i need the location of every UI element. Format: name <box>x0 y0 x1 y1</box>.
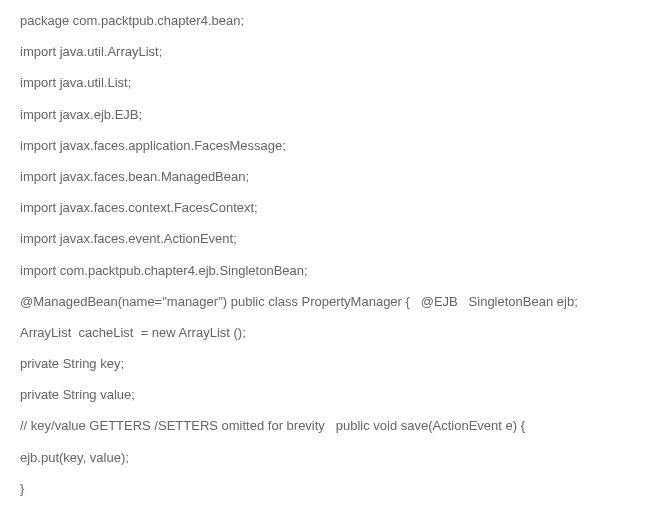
code-line: import javax.faces.bean.ManagedBean; <box>20 168 646 186</box>
code-line: import javax.faces.event.ActionEvent; <box>20 230 646 248</box>
code-block: package com.packtpub.chapter4.bean; impo… <box>20 12 646 512</box>
code-line: @ManagedBean(name="manager") public clas… <box>20 293 646 311</box>
code-line: import com.packtpub.chapter4.ejb.Singlet… <box>20 262 646 280</box>
code-line: } <box>20 480 646 498</box>
code-line: import javax.faces.application.FacesMess… <box>20 137 646 155</box>
code-line: private String key; <box>20 355 646 373</box>
code-line: import javax.ejb.EJB; <box>20 106 646 124</box>
code-line: import java.util.ArrayList; <box>20 43 646 61</box>
code-line: ArrayList cacheList = new ArrayList (); <box>20 324 646 342</box>
code-line: private String value; <box>20 386 646 404</box>
code-line: ejb.put(key, value); <box>20 449 646 467</box>
code-line: import javax.faces.context.FacesContext; <box>20 199 646 217</box>
code-line: package com.packtpub.chapter4.bean; <box>20 12 646 30</box>
code-line: // key/value GETTERS /SETTERS omitted fo… <box>20 417 646 435</box>
code-line: import java.util.List; <box>20 74 646 92</box>
